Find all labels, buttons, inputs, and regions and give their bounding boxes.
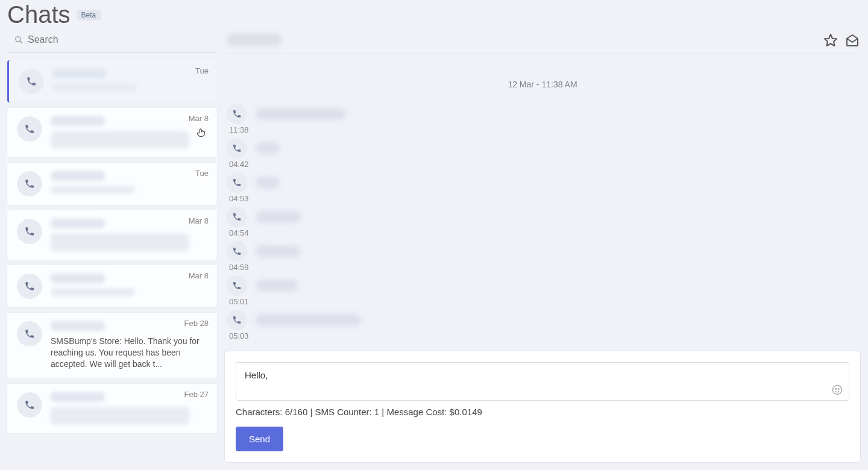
phone-icon	[227, 138, 247, 158]
svg-point-4	[835, 389, 837, 390]
message-row	[227, 310, 858, 330]
compose-input-wrap[interactable]	[236, 362, 849, 401]
chat-header	[224, 30, 861, 54]
conversation-list: TueMar 8TueMar 8Mar 8SMSBump's Store: He…	[0, 60, 224, 470]
pointer-cursor-icon	[197, 127, 206, 138]
page-title: Chats Beta	[7, 0, 101, 30]
message-timestamp: 05:03	[229, 331, 858, 340]
message-row	[227, 138, 858, 158]
message-content	[256, 108, 346, 120]
contact-name	[227, 34, 281, 46]
compose-area: Characters: 6/160 | SMS Counter: 1 | Mes…	[224, 351, 861, 463]
conversation-date: Feb 28	[184, 319, 209, 328]
beta-badge: Beta	[77, 10, 101, 20]
phone-icon	[227, 172, 247, 193]
svg-point-3	[833, 386, 842, 395]
phone-icon	[19, 69, 44, 94]
conversation-item[interactable]: SMSBump's Store: Hello. Thank you for re…	[7, 313, 217, 378]
conversation-name	[52, 69, 107, 78]
conversation-date: Tue	[195, 169, 209, 178]
message-row	[227, 104, 858, 124]
conversation-preview	[52, 83, 137, 92]
search-icon	[14, 36, 23, 44]
message-thread: 12 Mar - 11:38 AM 11:3804:4204:5304:5404…	[224, 63, 861, 343]
conversation-name	[51, 116, 105, 126]
compose-counter: Characters: 6/160 | SMS Counter: 1 | Mes…	[236, 407, 849, 417]
sidebar: TueMar 8TueMar 8Mar 8SMSBump's Store: He…	[0, 30, 224, 470]
phone-icon	[227, 104, 247, 124]
phone-icon	[17, 219, 42, 244]
conversation-date: Tue	[195, 66, 209, 75]
conversation-date: Feb 27	[184, 390, 209, 399]
message-content	[256, 211, 301, 223]
conversation-date: Mar 8	[189, 216, 209, 225]
phone-icon	[227, 207, 247, 227]
conversation-item[interactable]: Mar 8	[7, 265, 217, 307]
conversation-item[interactable]: Mar 8	[7, 108, 217, 157]
message-row	[227, 275, 858, 296]
phone-icon	[17, 392, 42, 418]
svg-point-0	[16, 37, 20, 42]
message-row	[227, 207, 858, 227]
conversation-preview	[51, 288, 135, 296]
message-timestamp: 04:59	[229, 263, 858, 272]
conversation-preview	[51, 233, 189, 251]
search-input[interactable]	[28, 34, 210, 45]
conversation-item[interactable]: Feb 27	[7, 384, 217, 433]
svg-line-1	[20, 41, 22, 43]
conversation-item[interactable]: Tue	[7, 163, 217, 205]
chat-main: 12 Mar - 11:38 AM 11:3804:4204:5304:5404…	[224, 30, 868, 470]
search-wrap[interactable]	[7, 30, 217, 53]
phone-icon	[227, 275, 247, 296]
conversation-date: Mar 8	[189, 271, 209, 280]
phone-icon	[17, 321, 42, 346]
svg-point-5	[838, 389, 840, 390]
message-timestamp: 04:54	[229, 228, 858, 237]
conversation-preview	[51, 131, 189, 149]
svg-marker-2	[825, 34, 837, 46]
phone-icon	[227, 241, 247, 262]
phone-icon	[17, 171, 42, 196]
phone-icon	[227, 310, 247, 330]
message-row	[227, 241, 858, 262]
message-content	[256, 314, 361, 326]
phone-icon	[17, 116, 42, 142]
conversation-date: Mar 8	[189, 114, 209, 123]
star-icon[interactable]	[823, 33, 837, 46]
message-content	[256, 142, 280, 154]
conversation-name	[51, 171, 105, 181]
conversation-name	[51, 321, 105, 331]
conversation-item[interactable]: Tue	[7, 60, 217, 102]
conversation-preview	[51, 186, 135, 194]
message-timestamp: 04:53	[229, 194, 858, 203]
message-content	[256, 177, 280, 189]
conversation-preview: SMSBump's Store: Hello. Thank you for re…	[51, 336, 207, 370]
conversation-name	[51, 274, 105, 283]
page-title-text: Chats	[7, 1, 71, 28]
conversation-item[interactable]: Mar 8	[7, 210, 217, 260]
date-separator: 12 Mar - 11:38 AM	[227, 80, 858, 89]
message-timestamp: 11:38	[229, 125, 858, 134]
conversation-name	[51, 392, 105, 402]
envelope-open-icon[interactable]	[845, 33, 858, 46]
message-content	[256, 245, 301, 257]
message-timestamp: 05:01	[229, 297, 858, 306]
message-timestamp: 04:42	[229, 160, 858, 169]
message-row	[227, 172, 858, 193]
send-button[interactable]: Send	[236, 427, 283, 451]
message-input[interactable]	[245, 370, 840, 390]
phone-icon	[17, 274, 42, 299]
emoji-icon[interactable]	[832, 384, 843, 395]
conversation-preview	[51, 407, 189, 425]
message-content	[256, 280, 298, 292]
conversation-name	[51, 219, 105, 228]
